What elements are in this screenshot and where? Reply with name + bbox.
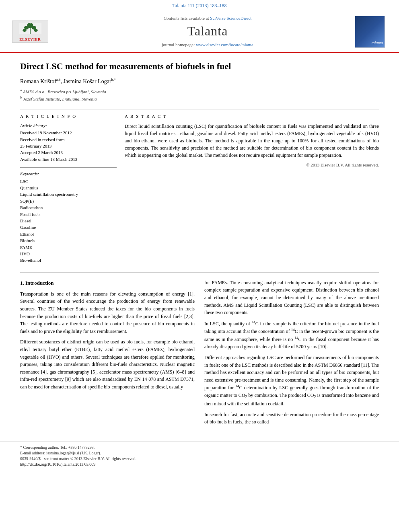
top-citation-bar: Talanta 111 (2013) 183–188 (0, 0, 399, 11)
talanta-cover-label: talanta (372, 40, 383, 46)
footer-corresponding: * Corresponding author. Tel.: +386 14773… (20, 445, 379, 450)
aff-a-sup: a (20, 88, 22, 92)
keywords-section: Keywords: LSC Quantulus Liquid scintilla… (20, 171, 117, 263)
sciverse-link[interactable]: SciVerse ScienceDirect (210, 16, 251, 21)
kw-bioethanol: Bio-ethanol (20, 257, 117, 263)
kw-gasoline: Gasoline (20, 224, 117, 230)
kw-sqpe: SQP(E) (20, 198, 117, 204)
author2-sup: b,* (111, 78, 116, 82)
body-col-left: 1. Introduction Transportation is one of… (20, 279, 195, 429)
author2-name: , Jasmina Košar Logar (61, 78, 111, 84)
doi-link[interactable]: http://dx.doi.org/10.1016/j.talanta.2013… (20, 462, 95, 466)
aff-b-text: Jožef Stefan Institute, Ljubljana, Slove… (23, 97, 97, 101)
footer-doi: http://dx.doi.org/10.1016/j.talanta.2013… (20, 462, 379, 467)
body-col1-p1: Transportation is one of the main reason… (20, 290, 195, 335)
article-footer: * Corresponding author. Tel.: +386 14773… (0, 441, 399, 470)
author1-name: Romana Krištof (20, 78, 56, 84)
homepage-label: journal homepage: (162, 42, 195, 47)
elsevier-tree-svg: ☽ (16, 21, 44, 36)
article-info-col: A R T I C L E I N F O Article history: R… (20, 113, 117, 264)
article-info-header: A R T I C L E I N F O (20, 113, 117, 119)
svg-point-5 (23, 29, 26, 32)
journal-homepage-line: journal homepage: www.elsevier.com/locat… (60, 42, 355, 48)
journal-title: Talanta (60, 22, 355, 40)
aff-a-text: AMES d.o.o., Brezovica pri Ljubljani, Sl… (23, 89, 106, 94)
citation-text: Talanta 111 (2013) 183–188 (172, 3, 226, 8)
accepted-date: Accepted 2 March 2013 (20, 150, 117, 156)
revised-label: Received in revised form (20, 137, 117, 143)
abstract-header: A B S T R A C T (125, 113, 379, 119)
kw-lss: Liquid scintillation spectrometry (20, 191, 117, 197)
aff-b-sup: b (20, 95, 22, 99)
svg-point-6 (34, 29, 37, 32)
journal-thumbnail: talanta (355, 16, 387, 48)
kw-quantulus: Quantulus (20, 185, 117, 191)
abstract-text: Direct liquid scintillation counting (LS… (125, 123, 379, 159)
kw-biofuels: Biofuels (20, 238, 117, 244)
elsevier-logo-container: ☽ ELSEVIER (12, 21, 60, 43)
affiliation-a: a AMES d.o.o., Brezovica pri Ljubljani, … (20, 88, 379, 95)
content-divider (20, 272, 379, 273)
history-label: Article history: (20, 123, 117, 129)
affiliations: a AMES d.o.o., Brezovica pri Ljubljani, … (20, 88, 379, 102)
section1-number: 1. (20, 280, 24, 286)
body-section: 1. Introduction Transportation is one of… (20, 279, 379, 429)
section1-title: 1. Introduction (20, 279, 195, 287)
affiliation-b: b Jožef Stefan Institute, Ljubljana, Slo… (20, 95, 379, 102)
info-divider (20, 167, 117, 168)
abstract-col: A B S T R A C T Direct liquid scintillat… (125, 113, 379, 264)
body-col2-p2: In LSC, the quantity of 14C in the sampl… (204, 320, 379, 351)
article-content: Direct LSC method for measurements of bi… (0, 53, 399, 437)
talanta-cover-image: talanta (355, 16, 385, 48)
elsevier-logo: ☽ ELSEVIER (12, 21, 48, 43)
body-col1-p2: Different substances of distinct origin … (20, 338, 195, 390)
author1-sup: a,b (56, 78, 61, 82)
journal-name-section: Contents lists available at SciVerse Sci… (60, 15, 355, 48)
footer-email: E-mail address: jasmina.logar@ijs.si (J.… (20, 450, 379, 456)
article-title: Direct LSC method for measurements of bi… (20, 61, 379, 72)
footer-issn: 0039-9140/$ - see front matter © 2013 El… (20, 456, 379, 462)
info-abstract-section: A R T I C L E I N F O Article history: R… (20, 109, 379, 264)
body-col2-p4: In search for fast, accurate and sensiti… (204, 411, 379, 426)
sciverse-line: Contents lists available at SciVerse Sci… (60, 15, 355, 21)
journal-header: ☽ ELSEVIER Contents lists available at S… (0, 11, 399, 53)
revised-date: 25 February 2013 (20, 143, 117, 149)
body-col2-p1: for FAMEs. Time-consuming analytical tec… (204, 279, 379, 316)
body-col2-p3: Different approaches regarding LSC are p… (204, 354, 379, 407)
section1-label: Introduction (25, 280, 54, 286)
kw-diesel: Diesel (20, 218, 117, 224)
received-date: Received 19 November 2012 (20, 130, 117, 136)
authors-line: Romana Krištofa,b, Jasmina Košar Logarb,… (20, 77, 379, 85)
copyright-text: © 2013 Elsevier B.V. All rights reserved… (125, 162, 379, 168)
kw-fame: FAME (20, 244, 117, 251)
kw-lsc: LSC (20, 179, 117, 185)
keywords-label: Keywords: (20, 171, 117, 177)
article-history: Article history: Received 19 November 20… (20, 123, 117, 162)
contents-text: Contents lists available at (164, 16, 209, 21)
kw-fossil: Fossil fuels (20, 212, 117, 218)
body-col-right: for FAMEs. Time-consuming analytical tec… (204, 279, 379, 429)
available-date: Available online 13 March 2013 (20, 156, 117, 162)
kw-hvo: HVO (20, 251, 117, 257)
elsevier-wordmark: ELSEVIER (19, 37, 41, 42)
homepage-link[interactable]: www.elsevier.com/locate/talanta (196, 42, 253, 47)
kw-radiocarbon: Radiocarbon (20, 205, 117, 211)
kw-ethanol: Ethanol (20, 231, 117, 237)
